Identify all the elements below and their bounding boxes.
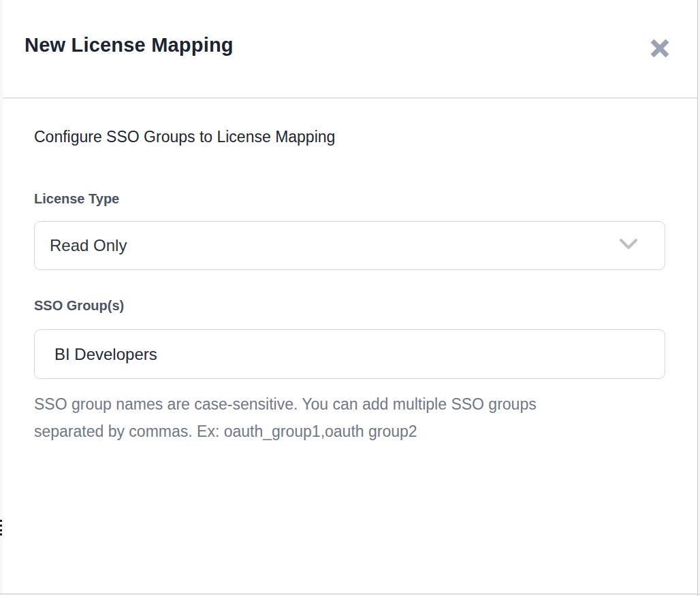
helper-line: SSO group names are case-sensitive. You … — [34, 391, 665, 418]
license-type-select[interactable]: Read Only — [34, 221, 665, 270]
dialog-header: New License Mapping — [3, 0, 697, 99]
license-type-label: License Type — [34, 191, 665, 207]
new-license-mapping-dialog: New License Mapping Configure SSO Groups… — [3, 0, 698, 596]
background-page-fragment — [0, 533, 2, 535]
dialog-description: Configure SSO Groups to License Mapping — [34, 127, 665, 147]
dialog-body: Configure SSO Groups to License Mapping … — [3, 127, 697, 445]
sso-groups-input[interactable] — [34, 329, 665, 379]
close-button[interactable] — [648, 37, 671, 60]
helper-line: separated by commas. Ex: oauth_group1,oa… — [34, 418, 665, 445]
sso-groups-helper-text: SSO group names are case-sensitive. You … — [34, 391, 665, 445]
bottom-divider — [0, 593, 700, 595]
x-icon — [650, 38, 670, 59]
background-page-fragment — [0, 525, 2, 527]
background-page-fragment — [0, 520, 2, 522]
license-type-selected-value: Read Only — [50, 236, 620, 255]
page-title: New License Mapping — [25, 34, 234, 56]
chevron-down-icon — [620, 239, 637, 252]
background-page-fragment — [0, 529, 2, 531]
sso-groups-label: SSO Group(s) — [34, 297, 665, 314]
